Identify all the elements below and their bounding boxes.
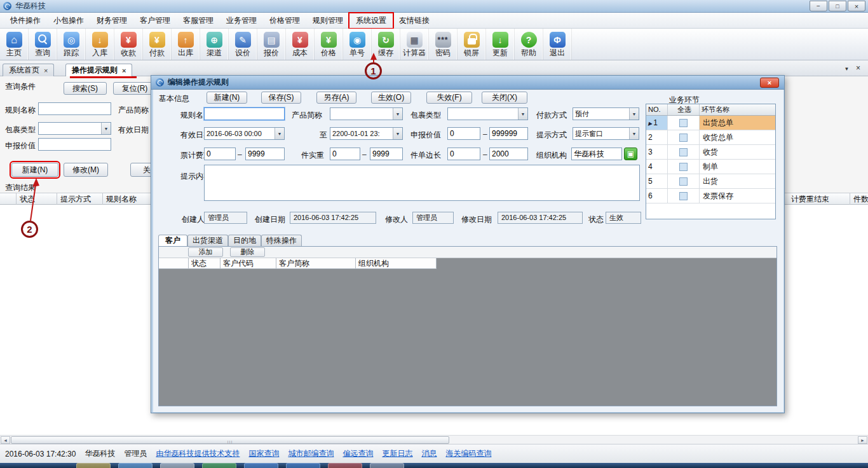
tab-destination[interactable]: 目的地 (228, 235, 261, 246)
modify-rule-button[interactable]: 修改(M) (64, 163, 108, 177)
window-titlebar[interactable]: 华磊科技 (0, 0, 868, 13)
dialog-close-icon[interactable] (760, 78, 779, 88)
results-column-status[interactable]: 状态 (17, 193, 57, 205)
tab-shipping-channel[interactable]: 出货渠道 (187, 235, 228, 246)
menu-friend-links[interactable]: 友情链接 (393, 13, 436, 28)
results-column-rule-name[interactable]: 规则名称 (103, 193, 157, 205)
new-rule-button[interactable]: 新建(N) (11, 163, 58, 177)
toolbar-exit-button[interactable]: 退出 (543, 29, 572, 60)
chevron-down-icon[interactable] (393, 108, 402, 120)
dialog-save-as-button[interactable]: 另存(A) (316, 92, 356, 104)
chevron-down-icon[interactable] (275, 128, 284, 139)
business-step-row[interactable]: 4 制单 (646, 160, 775, 174)
tab-customer[interactable]: 客户 (158, 235, 187, 246)
rule-name-input[interactable] (204, 107, 285, 120)
close-icon[interactable] (44, 67, 48, 74)
customer-column-code[interactable]: 客户代码 (220, 258, 276, 269)
toolbar-cost-button[interactable]: 成本 (286, 29, 315, 60)
scrollbar-thumb[interactable] (11, 436, 449, 444)
results-column-billing-weight-end[interactable]: 计费重结束 (788, 193, 850, 205)
toolbar-update-button[interactable]: 更新 (486, 29, 515, 60)
close-tab-icon[interactable] (853, 64, 863, 72)
rule-name-filter-input[interactable] (38, 102, 111, 115)
package-type-filter-select[interactable] (38, 122, 111, 135)
toolbar-waybill-number-button[interactable]: 单号 (343, 29, 372, 60)
taskbar-item[interactable] (244, 463, 278, 468)
select-checkbox[interactable] (679, 163, 688, 171)
taskbar-item[interactable] (160, 463, 194, 468)
toolbar-channel-button[interactable]: 渠道 (200, 29, 229, 60)
menu-express-operations[interactable]: 快件操作 (4, 13, 47, 28)
toolbar-password-button[interactable]: 密码 (429, 29, 458, 60)
scroll-right-icon[interactable] (858, 436, 867, 444)
declared-value-filter-input[interactable] (38, 138, 111, 151)
dialog-activate-button[interactable]: 生效(O) (371, 92, 411, 104)
prompt-content-textarea[interactable] (204, 165, 640, 201)
menu-finance[interactable]: 财务管理 (90, 13, 133, 28)
link-city-postcode-query[interactable]: 城市邮编查询 (288, 448, 334, 459)
tab-list-chevron-down-icon[interactable] (842, 64, 851, 72)
close-icon[interactable] (848, 1, 865, 11)
customer-column-short-name[interactable]: 客户简称 (276, 258, 356, 269)
toolbar-quotation-button[interactable]: 报价 (257, 29, 286, 60)
scroll-left-icon[interactable] (1, 436, 10, 444)
select-checkbox[interactable] (679, 119, 688, 127)
tab-operation-prompt-rules[interactable]: 操作提示规则 (65, 64, 132, 76)
toolbar-search-button[interactable]: 查询 (29, 29, 57, 60)
dialog-deactivate-button[interactable]: 失效(F) (426, 92, 472, 104)
toolbar-help-button[interactable]: 帮助 (515, 29, 543, 60)
declared-value-from-input[interactable] (447, 127, 480, 140)
results-column-prompt-method[interactable]: 提示方式 (57, 193, 103, 205)
edge-length-to-input[interactable] (489, 148, 528, 160)
piece-weight-from-input[interactable] (330, 148, 360, 160)
tab-special-operation[interactable]: 特殊操作 (261, 235, 302, 246)
piece-weight-to-input[interactable] (370, 148, 403, 160)
business-step-row[interactable]: 2 收货总单 (646, 130, 775, 145)
chevron-down-icon[interactable] (101, 123, 111, 134)
valid-date-end-select[interactable]: 2200-01-01 23: (330, 127, 403, 140)
select-checkbox[interactable] (679, 177, 688, 186)
toolbar-collect-payment-button[interactable]: 收款 (114, 29, 143, 60)
reset-button[interactable]: 复位(R) (113, 82, 156, 95)
package-type-select[interactable] (447, 107, 528, 120)
organization-picker-icon[interactable] (624, 148, 637, 160)
chevron-down-icon[interactable] (629, 128, 639, 139)
taskbar-item[interactable] (328, 463, 362, 468)
toolbar-track-button[interactable]: 跟踪 (57, 29, 86, 60)
menu-customer-service[interactable]: 客服管理 (177, 13, 220, 28)
toolbar-calculator-button[interactable]: 计算器 (400, 29, 429, 60)
link-tech-support[interactable]: 由华磊科技提供技术支持 (156, 448, 240, 459)
dialog-titlebar[interactable]: 编辑操作提示规则 (151, 76, 784, 90)
tab-system-home[interactable]: 系统首页 (3, 64, 54, 76)
toolbar-lock-screen-button[interactable]: 锁屏 (458, 29, 486, 60)
delete-button[interactable]: 删除 (230, 247, 265, 257)
link-update-log[interactable]: 更新日志 (382, 448, 412, 459)
taskbar-item[interactable] (286, 463, 320, 468)
menu-system-settings[interactable]: 系统设置 (349, 13, 393, 28)
edge-length-from-input[interactable] (447, 148, 480, 160)
business-step-row[interactable]: 6 发票保存 (646, 189, 775, 203)
minimize-icon[interactable] (810, 1, 827, 11)
toolbar-inbound-button[interactable]: 入库 (86, 29, 114, 60)
chevron-down-icon[interactable] (393, 128, 402, 139)
select-checkbox[interactable] (679, 148, 688, 156)
menu-business[interactable]: 业务管理 (220, 13, 263, 28)
search-button[interactable]: 搜索(S) (64, 82, 107, 95)
prompt-method-select[interactable]: 提示窗口 (573, 127, 639, 140)
chevron-down-icon[interactable] (629, 108, 639, 120)
toolbar-home-button[interactable]: 主页 (0, 29, 29, 60)
select-checkbox[interactable] (679, 134, 688, 142)
link-messages[interactable]: 消息 (421, 448, 437, 459)
chevron-down-icon[interactable] (518, 108, 527, 120)
customer-column-status[interactable]: 状态 (189, 258, 220, 269)
menu-rules[interactable]: 规则管理 (306, 13, 349, 28)
billing-weight-from-input[interactable] (204, 148, 236, 160)
windows-taskbar[interactable] (0, 463, 868, 468)
customer-column-organization[interactable]: 组织机构 (356, 258, 437, 269)
toolbar-set-price-button[interactable]: 设价 (229, 29, 257, 60)
taskbar-item[interactable] (118, 463, 153, 468)
declared-value-to-input[interactable] (489, 127, 528, 140)
valid-date-start-select[interactable]: 2016-06-03 00:00 (204, 127, 285, 140)
select-checkbox[interactable] (679, 192, 688, 200)
taskbar-item[interactable] (202, 463, 236, 468)
